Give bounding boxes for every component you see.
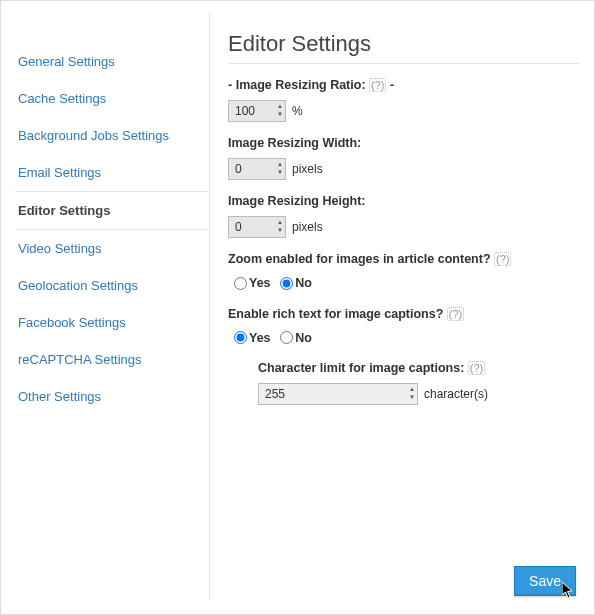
rich-yes-option[interactable]: Yes bbox=[234, 331, 271, 345]
sidebar-item-label[interactable]: reCAPTCHA Settings bbox=[18, 352, 142, 367]
rich-label: Enable rich text for image captions? bbox=[228, 307, 443, 321]
sidebar-item-cache[interactable]: Cache Settings bbox=[15, 80, 209, 117]
save-button[interactable]: Save bbox=[514, 566, 576, 596]
ratio-input[interactable] bbox=[233, 103, 267, 119]
page-title: Editor Settings bbox=[228, 31, 580, 57]
zoom-yes-label: Yes bbox=[249, 276, 271, 290]
charlimit-unit: character(s) bbox=[424, 387, 488, 401]
spinner-arrows-icon[interactable]: ▲▼ bbox=[277, 160, 283, 176]
sidebar-item-geolocation[interactable]: Geolocation Settings bbox=[15, 267, 209, 304]
field-rich: Enable rich text for image captions? (?)… bbox=[228, 307, 580, 406]
main-content: Editor Settings - Image Resizing Ratio: … bbox=[210, 13, 580, 600]
rich-no-radio[interactable] bbox=[280, 331, 293, 344]
charlimit-label: Character limit for image captions: bbox=[258, 361, 464, 375]
sidebar-item-general[interactable]: General Settings bbox=[15, 43, 209, 80]
sidebar-item-email[interactable]: Email Settings bbox=[15, 154, 209, 191]
sidebar-item-label[interactable]: Other Settings bbox=[18, 389, 101, 404]
title-divider bbox=[228, 63, 580, 64]
sidebar-item-background-jobs[interactable]: Background Jobs Settings bbox=[15, 117, 209, 154]
field-width: Image Resizing Width: ▲▼ pixels bbox=[228, 136, 580, 180]
spinner-arrows-icon[interactable]: ▲▼ bbox=[409, 385, 415, 401]
field-zoom: Zoom enabled for images in article conte… bbox=[228, 252, 580, 293]
zoom-no-radio[interactable] bbox=[280, 277, 293, 290]
sidebar-item-editor[interactable]: Editor Settings bbox=[15, 191, 209, 230]
ratio-input-wrapper[interactable]: ▲▼ bbox=[228, 100, 286, 122]
sidebar-item-label[interactable]: Email Settings bbox=[18, 165, 101, 180]
sidebar-item-label[interactable]: Video Settings bbox=[18, 241, 102, 256]
charlimit-input[interactable] bbox=[263, 386, 399, 402]
width-input[interactable] bbox=[233, 161, 267, 177]
zoom-no-option[interactable]: No bbox=[280, 276, 312, 290]
width-label: Image Resizing Width: bbox=[228, 136, 580, 150]
sidebar-item-label[interactable]: Cache Settings bbox=[18, 91, 106, 106]
sidebar-item-label: Editor Settings bbox=[18, 203, 110, 218]
help-icon[interactable]: (?) bbox=[369, 78, 386, 92]
zoom-yes-option[interactable]: Yes bbox=[234, 276, 271, 290]
ratio-prefix: - bbox=[228, 78, 232, 92]
height-unit: pixels bbox=[292, 220, 323, 234]
spinner-arrows-icon[interactable]: ▲▼ bbox=[277, 102, 283, 118]
ratio-suffix: - bbox=[390, 78, 394, 92]
rich-yes-label: Yes bbox=[249, 331, 271, 345]
sidebar-item-other[interactable]: Other Settings bbox=[15, 378, 209, 415]
sidebar-item-label[interactable]: Facebook Settings bbox=[18, 315, 126, 330]
width-unit: pixels bbox=[292, 162, 323, 176]
height-label: Image Resizing Height: bbox=[228, 194, 580, 208]
spinner-arrows-icon[interactable]: ▲▼ bbox=[277, 218, 283, 234]
zoom-yes-radio[interactable] bbox=[234, 277, 247, 290]
zoom-label: Zoom enabled for images in article conte… bbox=[228, 252, 491, 266]
sidebar-item-video[interactable]: Video Settings bbox=[15, 230, 209, 267]
sidebar-item-label[interactable]: Geolocation Settings bbox=[18, 278, 138, 293]
sidebar-item-facebook[interactable]: Facebook Settings bbox=[15, 304, 209, 341]
sidebar-item-label[interactable]: General Settings bbox=[18, 54, 115, 69]
height-input[interactable] bbox=[233, 219, 267, 235]
help-icon[interactable]: (?) bbox=[494, 252, 511, 266]
sidebar-item-recaptcha[interactable]: reCAPTCHA Settings bbox=[15, 341, 209, 378]
width-input-wrapper[interactable]: ▲▼ bbox=[228, 158, 286, 180]
charlimit-input-wrapper[interactable]: ▲▼ bbox=[258, 383, 418, 405]
settings-sidebar: General Settings Cache Settings Backgrou… bbox=[15, 13, 210, 600]
ratio-label: Image Resizing Ratio: bbox=[236, 78, 366, 92]
rich-no-option[interactable]: No bbox=[280, 331, 312, 345]
ratio-unit: % bbox=[292, 104, 303, 118]
help-icon[interactable]: (?) bbox=[468, 361, 485, 375]
field-charlimit: Character limit for image captions: (?) … bbox=[228, 361, 580, 405]
help-icon[interactable]: (?) bbox=[447, 307, 464, 321]
sidebar-item-label[interactable]: Background Jobs Settings bbox=[18, 128, 169, 143]
rich-no-label: No bbox=[295, 331, 312, 345]
field-height: Image Resizing Height: ▲▼ pixels bbox=[228, 194, 580, 238]
rich-yes-radio[interactable] bbox=[234, 331, 247, 344]
height-input-wrapper[interactable]: ▲▼ bbox=[228, 216, 286, 238]
field-ratio: - Image Resizing Ratio: (?) - ▲▼ % bbox=[228, 78, 580, 122]
zoom-no-label: No bbox=[295, 276, 312, 290]
